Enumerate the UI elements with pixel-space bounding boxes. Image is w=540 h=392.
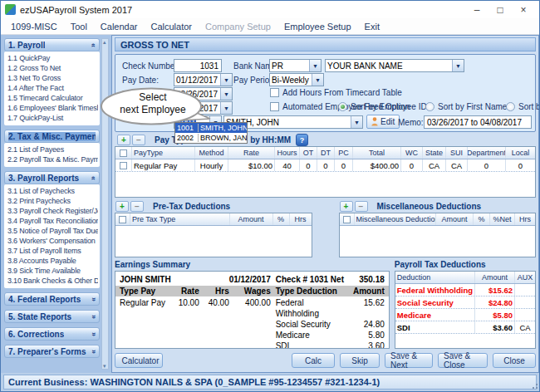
sidebar-item-quickpay-list[interactable]: 1.7 QuickPay-List bbox=[7, 113, 98, 123]
bank-code-select[interactable]: PR ▼ bbox=[269, 59, 322, 72]
menu-1099-misc[interactable]: 1099-MISC bbox=[4, 22, 64, 32]
period-ending-input[interactable]: 04/08/2017 ▼ bbox=[174, 101, 233, 115]
maximize-button[interactable]: □ bbox=[488, 4, 512, 16]
help-icon[interactable]: ? bbox=[296, 134, 308, 146]
sort-by-last-name-radio[interactable]: Sort by Last Name bbox=[506, 102, 540, 111]
checkbox-icon[interactable] bbox=[270, 102, 279, 111]
menu-exit[interactable]: Exit bbox=[358, 22, 386, 32]
pretax-table: Pre Tax Type Amount % Hrs bbox=[115, 213, 312, 257]
checkbox-icon[interactable] bbox=[270, 88, 279, 97]
sort-by-first-name-radio[interactable]: Sort by First Name bbox=[425, 102, 507, 111]
menu-employee-setup[interactable]: Employee Setup bbox=[277, 22, 358, 32]
sidebar-panel-tax-misc: 2.1 List of Payees 2.2 Payroll Tax & Mis… bbox=[4, 143, 100, 167]
resize-grip[interactable] bbox=[536, 387, 538, 389]
pretax-select-all-checkbox[interactable] bbox=[115, 213, 130, 225]
expand-down-icon[interactable]: » bbox=[90, 349, 97, 353]
save-next-button[interactable]: Save & Next bbox=[385, 353, 433, 368]
chevron-down-icon[interactable]: ▼ bbox=[351, 116, 362, 128]
sidebar-item-accounts-payable[interactable]: 3.8 Accounts Payable bbox=[7, 256, 98, 266]
sidebar-item-bank-checks-debits[interactable]: 3.10 Bank Checks & Other Debits bbox=[7, 276, 98, 286]
sidebar-section-preparers-forms[interactable]: 7. Preparer's Forms » bbox=[4, 345, 100, 358]
sidebar-item-net-to-gross[interactable]: 1.3 Net To Gross bbox=[7, 73, 98, 83]
section-title: 6. Corrections bbox=[8, 330, 64, 339]
sidebar-section-state-reports[interactable]: 5. State Reports » bbox=[4, 310, 100, 323]
skip-button[interactable]: Skip bbox=[340, 353, 380, 368]
chevron-down-icon[interactable]: ▼ bbox=[220, 88, 232, 100]
sidebar-item-quickpay[interactable]: 1.1 QuickPay bbox=[7, 53, 98, 63]
check-number-input[interactable]: 1031 bbox=[174, 59, 222, 72]
dropdown-option-1001[interactable]: 1001 SMITH, JOHN bbox=[175, 123, 247, 133]
menu-calendar[interactable]: Calendar bbox=[94, 22, 145, 32]
tax-row-federal[interactable]: Federal Withholding $15.62 bbox=[395, 284, 535, 296]
sidebar-section-payroll[interactable]: 1. Payroll » bbox=[4, 38, 100, 51]
row-checkbox[interactable] bbox=[115, 159, 132, 171]
remove-misc-button[interactable]: − bbox=[355, 201, 368, 212]
sidebar-item-payroll-tax-misc-payments[interactable]: 2.2 Payroll Tax & Misc. Payments bbox=[7, 154, 98, 164]
chevron-down-icon[interactable]: ▼ bbox=[312, 74, 323, 86]
pay-type-row[interactable]: Regular Pay Hourly $10.00 40 0 0 0 $400.… bbox=[115, 159, 535, 172]
chevron-down-icon[interactable]: ▼ bbox=[220, 74, 232, 86]
sidebar-item-list-of-payees[interactable]: 2.1 List of Payees bbox=[7, 145, 98, 154]
collapse-up-icon[interactable]: » bbox=[90, 42, 97, 47]
radio-icon[interactable] bbox=[506, 102, 515, 111]
bank-name-select[interactable]: YOUR BANK NAME ▼ bbox=[325, 59, 464, 72]
scroll-down-icon[interactable]: ▾ bbox=[103, 364, 107, 368]
add-misc-button[interactable]: + bbox=[340, 201, 353, 212]
sidebar-item-workers-compensation[interactable]: 3.6 Workers' Compensation bbox=[7, 236, 98, 246]
chevron-down-icon[interactable]: ▼ bbox=[309, 60, 321, 71]
close-button-bottom[interactable]: Close bbox=[493, 353, 536, 368]
sidebar-item-list-of-paychecks[interactable]: 3.1 List of Paychecks bbox=[7, 186, 98, 196]
expand-down-icon[interactable]: » bbox=[90, 331, 97, 336]
collapse-up-icon[interactable]: » bbox=[90, 175, 97, 179]
sidebar-section-corrections[interactable]: 6. Corrections » bbox=[4, 327, 100, 341]
sidebar-item-tax-reconciliation[interactable]: 3.4 Payroll Tax Reconciliation bbox=[7, 216, 98, 226]
tax-row-sdi[interactable]: SDI $3.60 CA bbox=[395, 321, 535, 334]
radio-icon[interactable] bbox=[425, 102, 434, 111]
sidebar-item-list-payroll-items[interactable]: 3.7 List of Payroll Items bbox=[7, 246, 98, 256]
sidebar-section-tax-misc-payments[interactable]: 2. Tax & Misc. Payments bbox=[4, 130, 100, 143]
sidebar-item-check-register[interactable]: 3.3 Payroll Check Register/Journal bbox=[7, 206, 98, 216]
period-beginning-input[interactable]: 03/26/2017 ▼ bbox=[174, 87, 233, 100]
sidebar-item-timecard-calculator[interactable]: 1.5 Timecard Calculator bbox=[7, 93, 98, 103]
edit-employee-button[interactable]: Edit bbox=[366, 115, 400, 129]
sidebar-section-federal-reports[interactable]: 4. Federal Reports » bbox=[4, 292, 100, 306]
sidebar-scrollbar[interactable]: ▴ ▾ bbox=[101, 38, 109, 370]
tax-row-social-security[interactable]: Social Security $24.80 bbox=[395, 296, 535, 309]
remove-pay-type-button[interactable]: − bbox=[132, 135, 145, 145]
menu-calculator[interactable]: Calculator bbox=[144, 22, 199, 32]
sort-by-employee-id-radio[interactable]: Sort by Employee ID bbox=[338, 102, 427, 111]
sidebar-item-blank-timesheet[interactable]: 1.6 Employees' Blank Timesheet bbox=[7, 103, 98, 113]
calculator-button[interactable]: Calculator bbox=[115, 353, 163, 368]
sidebar-item-sick-time[interactable]: 3.9 Sick Time Available bbox=[7, 266, 98, 276]
chevron-down-icon[interactable]: ▼ bbox=[452, 60, 464, 71]
pay-period-select[interactable]: Bi-Weekly ▼ bbox=[269, 73, 324, 86]
add-pretax-button[interactable]: + bbox=[115, 201, 129, 212]
sidebar-section-payroll-reports[interactable]: 3. Payroll Reports » bbox=[4, 171, 100, 184]
scroll-up-icon[interactable]: ▴ bbox=[103, 40, 107, 44]
tax-row-medicare[interactable]: Medicare $5.80 bbox=[395, 309, 535, 321]
add-pay-type-button[interactable]: + bbox=[117, 135, 130, 145]
sidebar-item-print-paychecks[interactable]: 3.2 Print Paychecks bbox=[7, 196, 98, 206]
minimize-button[interactable]: – bbox=[465, 4, 488, 16]
memo-input[interactable]: 03/26/2017 to 04/08/2017 bbox=[424, 115, 532, 129]
col-percent-net: %Net bbox=[490, 213, 515, 225]
expand-down-icon[interactable]: » bbox=[90, 314, 97, 318]
chevron-down-icon[interactable]: ▼ bbox=[220, 102, 232, 114]
sidebar-item-notice-tax-due[interactable]: 3.5 Notice of Payroll Tax Due bbox=[7, 226, 98, 236]
sidebar-item-gross-to-net[interactable]: 1.2 Gross To Net bbox=[7, 63, 98, 73]
pay-row-hrs: 40.00 bbox=[199, 297, 229, 319]
sidebar-item-after-the-fact[interactable]: 1.4 After The Fact bbox=[7, 83, 98, 93]
save-close-button[interactable]: Save & Close bbox=[438, 353, 488, 368]
expand-down-icon[interactable]: » bbox=[90, 296, 97, 301]
calc-button[interactable]: Calc bbox=[292, 353, 335, 368]
add-hours-checkbox[interactable]: Add Hours From Timecard Table bbox=[270, 88, 402, 97]
dropdown-option-2002[interactable]: 2002 BROWN, JANE bbox=[175, 133, 247, 143]
select-all-checkbox[interactable] bbox=[115, 147, 132, 159]
misc-select-all-checkbox[interactable] bbox=[340, 213, 355, 225]
pay-date-input[interactable]: 01/12/2017 ▼ bbox=[174, 73, 233, 86]
misc-deductions-section: + − Miscellaneous Deductions Miscellaneo… bbox=[339, 200, 537, 257]
radio-selected-icon[interactable] bbox=[338, 102, 347, 111]
menu-tool[interactable]: Tool bbox=[64, 22, 94, 32]
close-button[interactable]: × bbox=[512, 4, 535, 16]
remove-pretax-button[interactable]: − bbox=[130, 201, 144, 212]
